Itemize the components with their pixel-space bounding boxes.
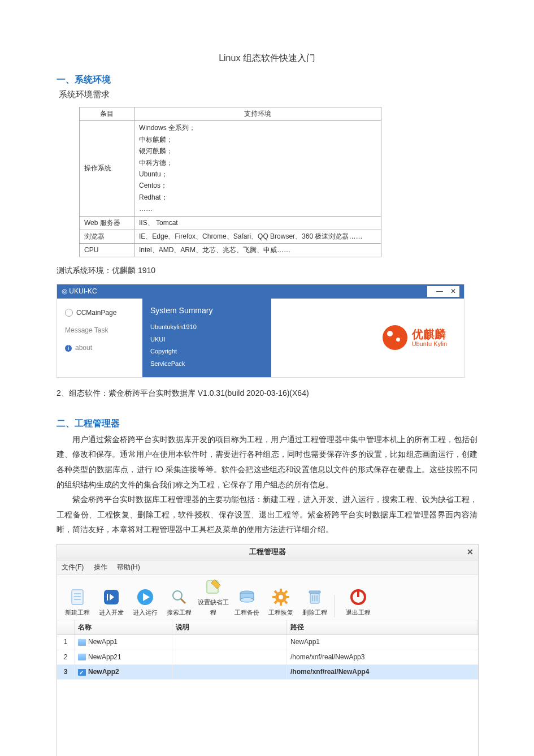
sidebar-item-about[interactable]: i about [57, 339, 142, 357]
svg-rect-0 [72, 590, 83, 604]
trash-icon [305, 587, 324, 607]
menu-file[interactable]: 文件(F) [62, 563, 84, 571]
req-th-item: 条目 [80, 107, 134, 121]
dev-arrow-icon [102, 587, 121, 607]
system-summary-title: System Summary [150, 304, 263, 317]
requirements-table: 条目 支持环境 操作系统 Windows 全系列； 中标麒麟； 银河麒麟； 中科… [79, 107, 381, 257]
summary-desktop: UKUI [150, 335, 263, 345]
software-version-line: 2、组态软件：紫金桥跨平台实时数据库 V1.0.31(build 2020-03… [57, 386, 477, 401]
ukui-title: UKUI-KC [69, 287, 97, 295]
req-os-label: 操作系统 [80, 121, 134, 216]
summary-os: Ubuntukylin1910 [150, 322, 263, 332]
gear-icon [271, 587, 290, 607]
enter-run-button[interactable]: 进入运行 [128, 587, 162, 618]
enter-dev-button[interactable]: 进入开发 [94, 587, 128, 618]
svg-point-6 [173, 591, 182, 600]
pm-empty-area [57, 680, 478, 756]
req-cpu-label: CPU [80, 243, 134, 257]
window-controls: — ✕ [427, 286, 459, 297]
req-browser-label: 浏览器 [80, 230, 134, 243]
ukui-titlebar: ◎ UKUI-KC — ✕ [57, 284, 464, 299]
menu-operation[interactable]: 操作 [94, 563, 107, 571]
ubuntu-kylin-logo: 优麒麟 Ubuntu Kylin [383, 325, 447, 350]
info-icon: i [65, 345, 72, 352]
pm-menubar: 文件(F) 操作 帮助(H) [57, 560, 478, 575]
svg-line-21 [285, 591, 287, 593]
circle-icon [65, 309, 73, 317]
ukui-logo-area: 优麒麟 Ubuntu Kylin [271, 299, 464, 377]
close-icon[interactable]: ✕ [450, 287, 456, 295]
section-1-header: 一、系统环境 [57, 72, 477, 87]
delete-project-button[interactable]: 删除工程 [298, 587, 332, 618]
summary-servicepack: ServicePack [150, 359, 263, 369]
svg-rect-23 [309, 591, 320, 593]
section-2-header: 二、工程管理器 [57, 416, 477, 431]
page-title: Linux 组态软件快速入门 [57, 51, 477, 66]
pm-th-path[interactable]: 路径 [287, 620, 478, 634]
table-row[interactable]: 2 NewApp21 /home/xnf/real/NewApp3 [57, 650, 478, 665]
kylin-circle-icon [383, 325, 407, 350]
new-project-button[interactable]: 新建工程 [60, 587, 94, 618]
play-icon [136, 587, 155, 607]
table-row[interactable]: 1 NewApp1 NewApp1 [57, 635, 478, 650]
svg-point-11 [240, 598, 254, 602]
document-icon [68, 587, 87, 607]
req-th-env: 支持环境 [134, 107, 381, 121]
summary-copyright: Copyright [150, 347, 263, 357]
sidebar-item-message-task[interactable]: Message Task [57, 322, 142, 339]
minimize-icon[interactable]: — [436, 287, 443, 295]
folder-icon [78, 654, 86, 660]
table-row[interactable]: 3 NewApp2 /home/xnf/real/NewApp4 [57, 665, 478, 680]
req-web-label: Web 服务器 [80, 216, 134, 230]
section-2-para-1: 用户通过紫金桥跨平台实时数据库开发的项目称为工程，用户通过工程管理器中集中管理本… [57, 432, 477, 492]
pm-th-desc[interactable]: 说明 [172, 620, 287, 634]
set-default-button[interactable]: 设置缺省工程 [196, 577, 230, 617]
sidebar-item-mainpage[interactable]: CCMainPage [57, 304, 142, 322]
req-cpu-value: Intel、AMD、ARM、龙芯、兆芯、飞腾、申威…… [134, 243, 381, 257]
test-env-line: 测试系统环境：优麒麟 1910 [57, 263, 477, 278]
req-os-values: Windows 全系列； 中标麒麟； 银河麒麟； 中科方德； Ubuntu； C… [134, 121, 381, 216]
toolbar-separator [334, 595, 335, 617]
exit-project-button[interactable]: 退出工程 [341, 587, 375, 618]
section-1-subtitle: 系统环境需求 [59, 88, 477, 101]
kylin-logo-en: Ubuntu Kylin [412, 340, 447, 347]
check-icon [78, 669, 86, 676]
backup-project-button[interactable]: 工程备份 [230, 587, 264, 618]
svg-line-7 [181, 599, 185, 603]
folder-icon [78, 639, 86, 646]
svg-line-20 [275, 601, 277, 603]
backup-icon [237, 587, 257, 607]
section-2-para-2: 紫金桥跨平台实时数据库工程管理器的主要功能包括：新建工程，进入开发、进入运行，搜… [57, 492, 477, 537]
pm-toolbar: 新建工程 进入开发 进入运行 搜索工程 [57, 575, 478, 620]
pm-table-header: 名称 说明 路径 [57, 620, 478, 635]
power-icon [349, 587, 368, 607]
pm-th-name[interactable]: 名称 [75, 620, 172, 634]
kylin-logo-cn: 优麒麟 [412, 328, 447, 340]
restore-project-button[interactable]: 工程恢复 [264, 587, 298, 618]
document-page: Linux 组态软件快速入门 一、系统环境 系统环境需求 条目 支持环境 操作系… [0, 0, 534, 756]
pm-titlebar: 工程管理器 ✕ [57, 545, 478, 560]
req-browser-value: IE、Edge、Firefox、Chrome、Safari、QQ Browser… [134, 230, 381, 243]
edit-document-icon [203, 577, 223, 597]
search-project-button[interactable]: 搜索工程 [162, 587, 196, 618]
svg-point-13 [279, 595, 283, 599]
svg-line-19 [285, 601, 287, 603]
ukui-content-panel: System Summary Ubuntukylin1910 UKUI Copy… [142, 299, 271, 377]
req-web-value: IIS、 Tomcat [134, 216, 381, 230]
close-icon[interactable]: ✕ [467, 546, 474, 558]
pm-title: 工程管理器 [249, 547, 286, 556]
project-manager-window: 工程管理器 ✕ 文件(F) 操作 帮助(H) 新建工程 进入开发 [57, 544, 479, 756]
menu-help[interactable]: 帮助(H) [117, 563, 140, 571]
svg-line-18 [275, 591, 277, 593]
ukui-sidebar: CCMainPage Message Task i about [57, 299, 142, 377]
search-icon [170, 587, 189, 607]
ukui-window: ◎ UKUI-KC — ✕ CCMainPage Message Task i … [57, 284, 464, 378]
